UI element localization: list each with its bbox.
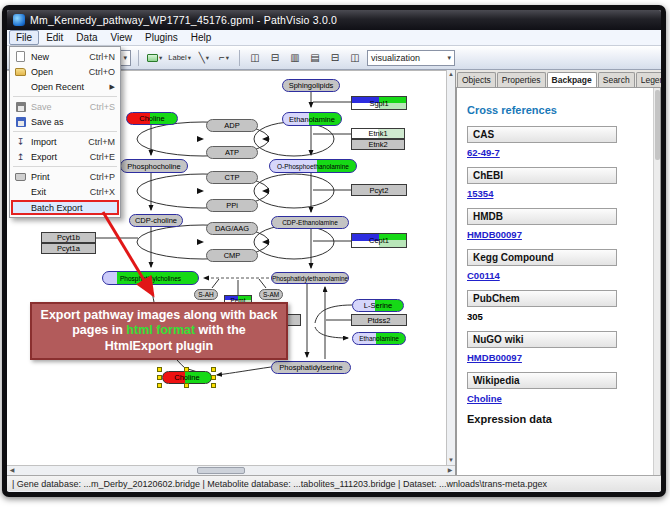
selection-handle[interactable] [157,383,162,388]
chevron-down-icon: ▾ [159,54,162,62]
datanode-tool-button[interactable]: ▾ [146,50,163,66]
node-adp[interactable]: ADP [206,119,258,132]
gene-pcyt1b[interactable]: Pcyt1b [41,232,96,243]
datasource-header: ChEBI [467,167,617,184]
tab-legend[interactable]: Legend [636,72,661,87]
selection-handle[interactable] [211,375,216,380]
menu-item-open-recent[interactable]: Open Recent ▶ [10,79,120,94]
node-cmp[interactable]: CMP [206,249,258,262]
menu-data[interactable]: Data [70,31,103,44]
node-ethanolamine-low[interactable]: Ethanolamine [352,332,406,345]
node-phosphatidylserine[interactable]: Phosphatidylserine [271,361,351,374]
menu-item-exit[interactable]: Exit Ctrl+X [10,184,120,199]
tab-search[interactable]: Search [598,72,635,87]
menu-item-new[interactable]: New Ctrl+N [10,49,120,64]
gene-pcyt2[interactable]: Pcyt2 [351,184,407,196]
node-phosphatidylcholines[interactable]: Phosphatidylcholines [102,271,199,285]
menu-edit[interactable]: Edit [40,31,69,44]
panel-scrollbar[interactable] [653,88,660,475]
connector-icon: ⌐ [219,52,225,63]
node-atp[interactable]: ATP [206,146,258,159]
menu-item-save-as[interactable]: Save as [10,114,120,129]
gene-etnk1[interactable]: Etnk1 [351,128,405,139]
import-icon: ↧ [13,137,28,147]
scroll-left-icon[interactable]: ◀ [7,466,17,475]
menu-item-print[interactable]: Print Ctrl+P [10,169,120,184]
menu-item-import[interactable]: ↧ Import Ctrl+M [10,134,120,149]
gene-etnk2[interactable]: Etnk2 [351,139,405,150]
tab-properties[interactable]: Properties [497,72,546,87]
menu-separator [13,166,117,167]
xref-link[interactable]: HMDB00097 [467,229,660,240]
backpage-section: ChEBI 15354 [467,167,660,199]
selection-handle[interactable] [184,383,189,388]
scrollbar-thumb[interactable] [197,467,245,474]
gene-sgpl1[interactable]: Sgpl1 [351,96,407,110]
xref-link[interactable]: C00114 [467,270,660,281]
menu-item-batch-export[interactable]: Batch Export [11,200,119,215]
status-text: | Gene database: ...m_Derby_20120602.bri… [12,479,547,489]
scroll-up-icon[interactable]: ▲ [448,70,454,79]
menu-view[interactable]: View [104,31,138,44]
scroll-down-icon[interactable]: ▼ [448,456,454,465]
xref-link[interactable]: 62-49-7 [467,147,660,158]
menu-file[interactable]: File [9,30,39,45]
xref-link[interactable]: Choline [467,393,660,404]
distribute-vertical-button[interactable]: ▤ [307,50,323,66]
line-tool-button[interactable]: ╲ ▾ [196,50,212,66]
node-sphingolipids[interactable]: Sphingolipids [282,79,340,92]
node-s-am[interactable]: S-AM [259,289,283,300]
node-phosphocholine[interactable]: Phosphocholine [120,159,188,173]
chevron-down-icon: ▾ [447,54,451,62]
node-l-serine[interactable]: L-Serine [352,299,404,312]
node-choline-top[interactable]: Choline [126,112,178,125]
common-width-button[interactable]: ◫ [347,50,363,66]
xref-link[interactable]: HMDB00097 [467,352,660,363]
align-middle-button[interactable]: ⊟ [267,50,283,66]
node-ethanolamine-top[interactable]: Ethanolamine [282,112,342,126]
horizontal-scrollbar[interactable]: ◀ ▶ [7,465,455,475]
node-ctp[interactable]: CTP [206,171,258,184]
tab-objects[interactable]: Objects [457,72,496,87]
node-ppi[interactable]: PPi [206,199,258,212]
vertical-scrollbar[interactable]: ▲ ▼ [446,70,455,465]
gene-pcyt1a[interactable]: Pcyt1a [41,243,96,254]
common-width-icon: ◫ [350,52,359,63]
visualization-combobox[interactable]: visualization ▾ [367,50,455,66]
selection-handle[interactable] [211,383,216,388]
menu-item-open[interactable]: Open Ctrl+O [10,64,120,79]
selection-handle[interactable] [211,367,216,372]
xref-link[interactable]: 15354 [467,188,660,199]
toolbar-separator [239,50,240,66]
scrollbar-thumb[interactable] [655,90,660,160]
selection-handle[interactable] [184,367,189,372]
label-tool-button[interactable]: Label ▾ [167,50,192,66]
datasource-header: Kegg Compound [467,249,617,266]
align-center-button[interactable]: ◫ [247,50,263,66]
menu-help[interactable]: Help [185,31,218,44]
submenu-arrow-icon: ▶ [110,83,115,91]
connector-tool-button[interactable]: ⌐ ▾ [216,50,232,66]
backpage-section: HMDB HMDB00097 [467,208,660,240]
node-o-phosphoethanolamine[interactable]: O-Phosphoethanolamine [269,159,357,173]
line-icon: ╲ [199,52,205,63]
selection-handle[interactable] [157,375,162,380]
node-cdp-choline[interactable]: CDP-choline [129,214,183,227]
tab-backpage[interactable]: Backpage [547,72,597,88]
menu-plugins[interactable]: Plugins [139,31,184,44]
scroll-right-icon[interactable]: ▶ [445,466,455,475]
node-s-ah[interactable]: S-AH [194,289,218,300]
node-phosphatidylethanolamine[interactable]: Phosphatidylethanolamine [271,272,349,284]
gene-ptdss2[interactable]: Ptdss2 [351,314,407,326]
status-bar: | Gene database: ...m_Derby_20120602.bri… [7,475,661,491]
menu-item-export[interactable]: ↥ Export Ctrl+E [10,149,120,164]
pathvisio-window: Mm_Kennedy_pathway_WP1771_45176.gpml - P… [7,10,661,492]
selection-handle[interactable] [157,367,162,372]
node-cdp-ethanolamine[interactable]: CDP-Ethanolamine [271,216,349,229]
gene-cept1[interactable]: Cept1 [351,233,407,248]
common-height-button[interactable]: ⊟ [327,50,343,66]
node-dag-aag[interactable]: DAG/AAG [206,222,258,235]
align-center-icon: ◫ [250,52,259,63]
xref-value: 305 [467,311,660,322]
distribute-horizontal-button[interactable]: ▥ [287,50,303,66]
